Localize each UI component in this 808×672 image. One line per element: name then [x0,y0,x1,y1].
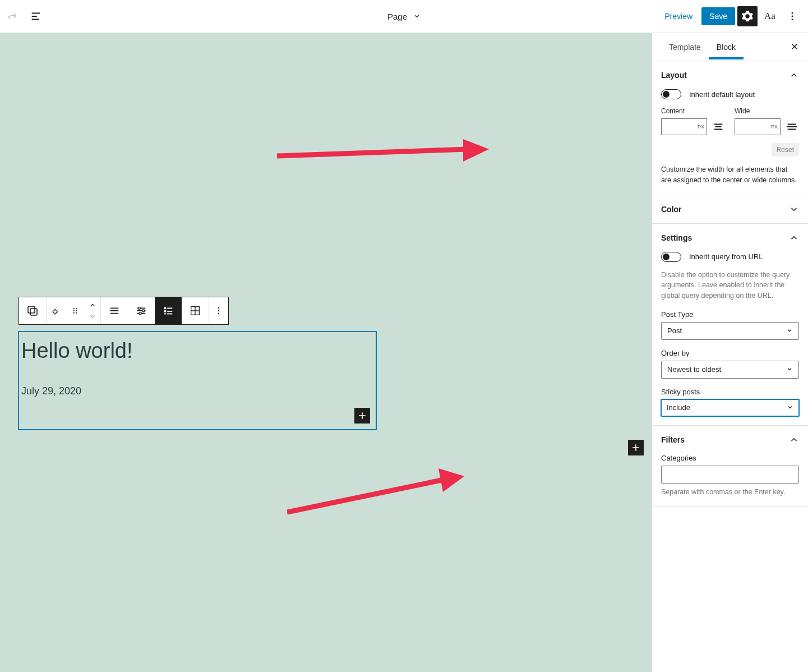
categories-help: Separate with commas or the Enter key. [661,487,799,498]
order-by-select[interactable]: Newest to oldest [661,361,799,379]
layout-panel-header[interactable]: Layout [652,61,808,89]
chevron-down-icon [787,404,793,411]
query-loop-block[interactable]: Hello world! July 29, 2020 [18,331,377,430]
select-parent-button[interactable] [47,297,66,324]
wide-width-field[interactable] [735,123,771,131]
svg-rect-17 [167,311,172,312]
inherit-query-toggle[interactable] [661,252,681,262]
close-sidebar-button[interactable] [786,38,804,56]
svg-point-23 [218,313,220,315]
drag-handle[interactable] [66,297,85,324]
content-width-input[interactable]: PX [661,118,707,135]
panel-title: Color [661,205,682,214]
align-button[interactable] [101,297,128,324]
layout-panel: Layout Inherit default layout Content PX [652,61,808,195]
document-overview-button[interactable] [26,6,46,26]
post-title: Hello world! [21,339,376,363]
display-settings-button[interactable] [128,297,155,324]
editor-canvas[interactable]: Hello world! July 29, 2020 [0,33,652,672]
add-block-button[interactable] [628,440,644,455]
redo-button[interactable] [2,6,22,26]
categories-input[interactable] [661,466,799,484]
svg-point-1 [792,16,793,17]
svg-line-24 [277,149,468,156]
svg-rect-16 [164,310,167,312]
content-width-label: Content [661,107,726,115]
svg-marker-27 [438,468,464,492]
content-align-icon [712,120,725,134]
svg-point-7 [73,310,75,311]
kebab-icon [213,305,224,316]
toggle-label: Inherit query from URL [689,252,763,261]
save-button[interactable]: Save [701,7,735,25]
color-panel: Color [652,195,808,224]
svg-point-2 [792,19,793,20]
unit-label: PX [698,124,707,130]
select-value: Post [667,326,682,335]
block-type-button[interactable] [19,297,46,324]
svg-point-21 [218,307,220,309]
svg-line-26 [287,480,444,512]
chevron-down-icon [786,327,793,334]
svg-point-11 [138,307,140,309]
panel-title: Layout [661,71,687,80]
svg-point-22 [218,310,220,312]
drag-icon [70,306,80,316]
wide-align-icon [785,120,798,134]
svg-point-10 [76,312,77,314]
svg-rect-15 [167,308,172,309]
order-by-label: Order by [661,349,799,357]
svg-rect-18 [164,314,167,315]
move-down-button[interactable] [85,311,100,322]
sidebar-tabs: Template Block [652,33,808,61]
grid-view-button[interactable] [182,297,209,324]
layout-reset-button[interactable]: Reset [772,143,799,157]
toggle-label: Inherit default layout [689,90,755,99]
svg-point-6 [76,308,77,309]
chevron-down-icon [789,204,799,214]
chevron-up-icon [89,301,96,309]
tab-block[interactable]: Block [709,35,744,59]
editor-main: Hello world! July 29, 2020 Template Bloc… [0,33,808,672]
svg-rect-3 [28,306,35,313]
svg-point-8 [76,310,77,311]
sticky-posts-label: Sticky posts [661,388,799,396]
chevron-down-icon [89,312,96,320]
plus-icon [630,442,641,453]
settings-sidebar: Template Block Layout Inherit default la… [652,33,808,672]
layout-help-text: Customize the width for all elements tha… [661,164,799,186]
settings-panel: Settings Inherit query from URL Disable … [652,224,808,426]
kebab-icon [787,11,798,22]
more-options-button[interactable] [782,6,802,26]
svg-point-9 [73,312,75,314]
plus-icon [357,410,368,421]
svg-marker-25 [463,139,489,162]
annotation-arrow [277,138,490,172]
chevron-up-icon [789,70,799,80]
tab-template[interactable]: Template [661,35,709,59]
content-width-field[interactable] [662,123,698,131]
block-movers [85,297,100,324]
post-type-select[interactable]: Post [661,322,799,340]
styles-button[interactable]: Aa [760,6,780,26]
svg-rect-4 [30,309,37,315]
inherit-layout-toggle[interactable] [661,89,681,99]
settings-button[interactable] [737,6,758,26]
settings-panel-header[interactable]: Settings [652,224,808,252]
unit-label: PX [771,124,780,130]
color-panel-header[interactable]: Color [652,195,808,223]
wide-width-input[interactable]: PX [735,118,781,135]
gear-icon [741,10,754,22]
sticky-posts-select[interactable]: Include [661,399,800,417]
block-more-options[interactable] [209,297,228,324]
svg-rect-14 [164,307,167,310]
list-view-button[interactable] [155,297,182,324]
move-up-button[interactable] [85,300,100,311]
preview-button[interactable]: Preview [658,8,699,24]
filters-panel-header[interactable]: Filters [652,426,808,454]
list-icon [162,305,174,317]
panel-title: Settings [661,233,692,242]
panel-title: Filters [661,435,685,444]
document-type-switcher[interactable]: Page [387,12,421,21]
add-block-inside-button[interactable] [354,408,370,424]
